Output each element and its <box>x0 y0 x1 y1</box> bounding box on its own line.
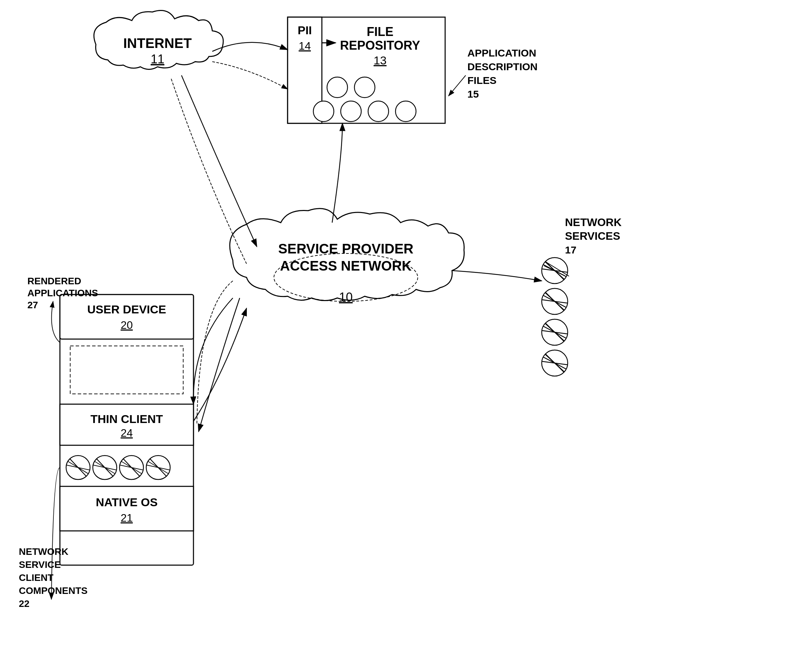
svg-text:27: 27 <box>27 300 38 310</box>
network-services-number: 17 <box>565 244 576 256</box>
user-device-label: USER DEVICE <box>87 303 166 316</box>
network-services-label2: SERVICES <box>565 230 620 242</box>
pii-label: PII <box>297 24 312 37</box>
file-repository-label: FILE <box>367 25 393 39</box>
network-services-label: NETWORK <box>565 216 621 229</box>
svg-point-7 <box>341 101 361 122</box>
thin-client-number: 24 <box>121 427 133 439</box>
svg-text:APPLICATIONS: APPLICATIONS <box>27 288 98 298</box>
svg-rect-70 <box>60 486 193 531</box>
file-repository-number: 13 <box>374 54 386 67</box>
svg-point-4 <box>327 77 348 98</box>
native-os-label: NATIVE OS <box>96 496 158 509</box>
file-repository: PII 14 FILE REPOSITORY 13 <box>287 17 445 123</box>
svg-text:COMPONENTS: COMPONENTS <box>19 586 88 596</box>
internet-number: 11 <box>151 52 164 66</box>
service-provider-label: SERVICE PROVIDER <box>278 241 414 256</box>
service-provider-label2: ACCESS NETWORK <box>280 258 412 273</box>
svg-rect-44 <box>70 346 183 394</box>
svg-point-6 <box>313 101 334 122</box>
svg-point-8 <box>368 101 389 122</box>
service-provider-number: 10 <box>339 290 353 304</box>
svg-text:FILES: FILES <box>467 75 497 86</box>
svg-text:CLIENT: CLIENT <box>19 572 53 583</box>
diagram: INTERNET 11 PII 14 FILE REPOSITORY 13 <box>0 0 792 672</box>
svg-point-5 <box>354 77 375 98</box>
user-device-box: USER DEVICE 20 THIN CLIENT 24 <box>60 294 193 565</box>
native-os-number: 21 <box>121 512 133 524</box>
pii-number: 14 <box>299 40 311 52</box>
internet-label: INTERNET <box>123 36 192 51</box>
svg-rect-43 <box>60 294 193 339</box>
svg-text:22: 22 <box>19 598 29 609</box>
svg-text:APPLICATION: APPLICATION <box>467 47 536 59</box>
svg-text:SERVICE: SERVICE <box>19 559 61 570</box>
svg-point-9 <box>396 101 416 122</box>
svg-text:15: 15 <box>467 88 479 100</box>
thin-client-label: THIN CLIENT <box>90 412 163 426</box>
svg-text:DESCRIPTION: DESCRIPTION <box>467 61 538 72</box>
svg-text:RENDERED: RENDERED <box>27 276 81 286</box>
svg-text:NETWORK: NETWORK <box>19 546 69 557</box>
user-device-number: 20 <box>121 319 133 331</box>
file-repository-label2: REPOSITORY <box>340 38 420 53</box>
